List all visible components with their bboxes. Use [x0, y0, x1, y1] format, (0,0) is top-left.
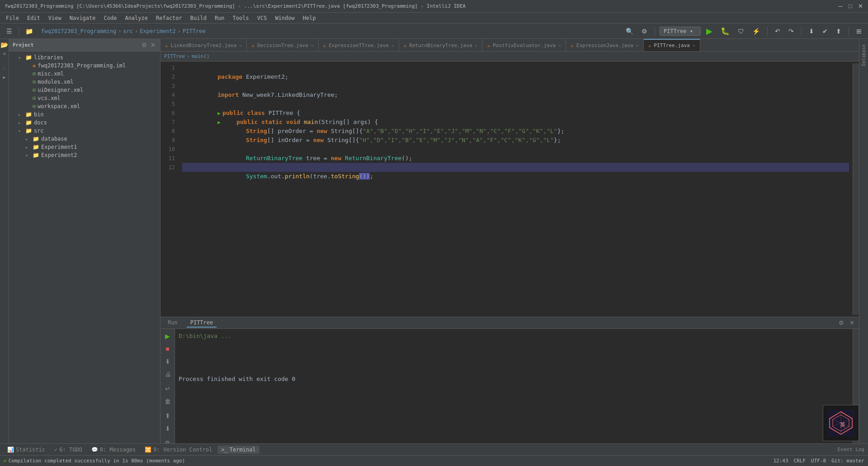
tab-label: ReturnBinaryTree.java [409, 43, 472, 48]
menu-vcs[interactable]: VCS [254, 14, 271, 22]
encoding[interactable]: UTF-8 [811, 458, 826, 464]
tab-linkedbinarytree2[interactable]: ☕ LinkedBinaryTree2.java ✕ [160, 39, 247, 51]
database-label[interactable]: Database [860, 41, 867, 70]
tab-pittree[interactable]: ☕ PITTree.java ✕ [644, 39, 700, 51]
menu-edit[interactable]: Edit [24, 14, 44, 22]
tree-database[interactable]: ▸ 📁 database [9, 135, 160, 143]
run-panel-close-btn[interactable]: ✕ [849, 319, 855, 327]
menu-build[interactable]: Build [187, 14, 210, 22]
breadcrumb-src[interactable]: src [123, 28, 133, 34]
line-num-7: 7 [160, 118, 175, 127]
run-tab-run[interactable]: Run [164, 319, 181, 328]
tab-close-icon[interactable]: ✕ [475, 43, 477, 48]
coverage-button[interactable]: 🛡 [735, 26, 747, 36]
sidebar-structure-icon[interactable]: ≡ [0, 50, 9, 58]
tab-close-icon[interactable]: ✕ [239, 43, 242, 48]
run-print-btn[interactable]: 🖨 [162, 369, 173, 380]
breadcrumb-main-method[interactable]: main() [192, 53, 210, 59]
breadcrumb-pittree-class[interactable]: PITTree [164, 53, 185, 59]
close-button[interactable]: ✕ [857, 3, 863, 10]
menu-window[interactable]: Window [271, 14, 298, 22]
tab-close-icon[interactable]: ✕ [636, 43, 639, 48]
tree-uidesigner-xml[interactable]: ⊞ uiDesigner.xml [9, 86, 160, 94]
menu-refactor[interactable]: Refactor [152, 14, 186, 22]
run-panel-settings-btn[interactable]: ⚙ [838, 319, 845, 327]
menu-code[interactable]: Code [100, 14, 121, 22]
line-ending[interactable]: CRLF [794, 458, 806, 464]
event-log-button[interactable]: Event Log [837, 447, 864, 452]
sidebar-project-icon[interactable]: 📂 [0, 41, 9, 49]
tab-expressionjava[interactable]: ☕ ExpressionJava.java ✕ [566, 39, 644, 51]
run-restart-btn[interactable]: ▶ [162, 331, 173, 342]
tab-close-icon[interactable]: ✕ [392, 43, 394, 48]
run-stop-btn[interactable]: ■ [162, 343, 173, 354]
debug-button[interactable]: 🐛 [718, 25, 732, 37]
toolbar-layout-button[interactable]: ⊞ [854, 26, 864, 36]
tree-docs[interactable]: ▸ 📁 docs [9, 119, 160, 127]
code-content[interactable]: package Experiment2; import New_week7.Li… [179, 63, 853, 315]
run-previous-occurrence-btn[interactable]: ⬆ [162, 410, 173, 421]
menu-navigate[interactable]: Navigate [66, 14, 99, 22]
tab-returnbinarytree[interactable]: ☕ ReturnBinaryTree.java ✕ [399, 39, 483, 51]
tree-modules-xml[interactable]: ⊞ modules.xml [9, 78, 160, 86]
bottom-tab-messages[interactable]: 💬 0: Messages [88, 446, 139, 454]
run-button[interactable]: ▶ [703, 25, 715, 38]
toolbar-undo-button[interactable]: ↶ [772, 26, 783, 36]
breadcrumb-project[interactable]: fwq20172303_Programming [41, 28, 116, 34]
tab-close-icon[interactable]: ✕ [311, 43, 314, 48]
breadcrumb-pittree[interactable]: PITTree [183, 28, 206, 34]
tree-vcs-xml[interactable]: ⊞ vcs.xml [9, 94, 160, 102]
tab-expressionttree[interactable]: ☕ ExpressionTTree.java ✕ [319, 39, 399, 51]
tree-src[interactable]: ▾ 📁 src [9, 127, 160, 135]
run-settings-btn[interactable]: ⚙ [162, 437, 173, 443]
profile-button[interactable]: ⚡ [750, 26, 763, 36]
tree-experiment1[interactable]: ▸ 📁 Experiment1 [9, 143, 160, 151]
run-next-occurrence-btn[interactable]: ⬇ [162, 423, 173, 434]
menu-file[interactable]: File [2, 14, 23, 22]
cursor-position[interactable]: 12:43 [773, 458, 788, 464]
tree-iml-file[interactable]: ◈ fwq20172303_Programming.iml [9, 62, 160, 70]
tree-libraries[interactable]: ▾ 📁 libraries [9, 53, 160, 62]
toolbar-git-commit-button[interactable]: ✔ [820, 26, 830, 36]
tab-postfixevaluator[interactable]: ☕ PostfixEvaluator.java ✕ [482, 39, 566, 51]
tree-misc-xml[interactable]: ⊞ misc.xml [9, 70, 160, 78]
bottom-tab-terminal[interactable]: >_ Terminal [217, 446, 259, 454]
project-panel-settings[interactable]: ⚙ [141, 41, 148, 49]
breadcrumb-experiment2[interactable]: Experiment2 [140, 28, 175, 34]
code-editor[interactable]: 1 2 3 4 5 6 7 8 9 10 11 12 package Exper… [160, 62, 859, 317]
bottom-tab-version-control[interactable]: 🔀 9: Version Control [141, 446, 216, 454]
toolbar-search-icon[interactable]: 🔍 [623, 26, 636, 36]
toolbar-menu-icon[interactable]: ☰ [4, 26, 15, 36]
git-branch[interactable]: Git: master [831, 458, 864, 464]
sidebar-favorites-icon[interactable]: ☆ [0, 64, 9, 72]
toolbar-redo-button[interactable]: ↷ [786, 26, 797, 36]
tree-workspace-xml[interactable]: ⊞ workspace.xml [9, 102, 160, 110]
menu-run[interactable]: Run [211, 14, 228, 22]
run-scroll-end-btn[interactable]: ⬇ [162, 356, 173, 367]
tab-close-icon[interactable]: ✕ [558, 43, 561, 48]
menu-tools[interactable]: Tools [229, 14, 253, 22]
bottom-tab-statistic[interactable]: 📊 Statistic [4, 446, 49, 454]
tree-bin[interactable]: ▸ 📁 bin [9, 110, 160, 119]
tab-label: ExpressionTTree.java [329, 43, 388, 48]
run-config-selector[interactable]: PITTree ▾ [660, 27, 701, 36]
toolbar-settings-icon[interactable]: ⚙ [639, 26, 650, 36]
project-panel-close[interactable]: ✕ [150, 41, 156, 49]
tab-close-icon[interactable]: ✕ [693, 43, 695, 48]
tree-experiment2[interactable]: ▾ 📁 Experiment2 [9, 151, 160, 159]
menu-analyze[interactable]: Analyze [121, 14, 151, 22]
toolbar-git-push-button[interactable]: ⬆ [833, 26, 844, 36]
menu-help[interactable]: Help [299, 14, 320, 22]
sidebar-run-icon[interactable]: ▶ [0, 73, 9, 81]
toolbar-git-update-button[interactable]: ⬇ [806, 26, 817, 36]
minimize-button[interactable]: ─ [837, 3, 844, 10]
toolbar-project-btn[interactable]: 📁 [23, 26, 36, 36]
run-tab-pittree[interactable]: PITTree [187, 319, 217, 328]
bottom-tab-todo[interactable]: ✓ 6: TODO [51, 446, 86, 454]
run-clear-btn[interactable]: 🗑 [162, 396, 173, 407]
menu-view[interactable]: View [45, 14, 65, 22]
terminal-label: Terminal [230, 447, 256, 453]
maximize-button[interactable]: □ [847, 3, 854, 10]
tab-decisiontree[interactable]: ☕ DecisionTree.java ✕ [247, 39, 318, 51]
run-soft-wrap-btn[interactable]: ↵ [162, 383, 173, 394]
